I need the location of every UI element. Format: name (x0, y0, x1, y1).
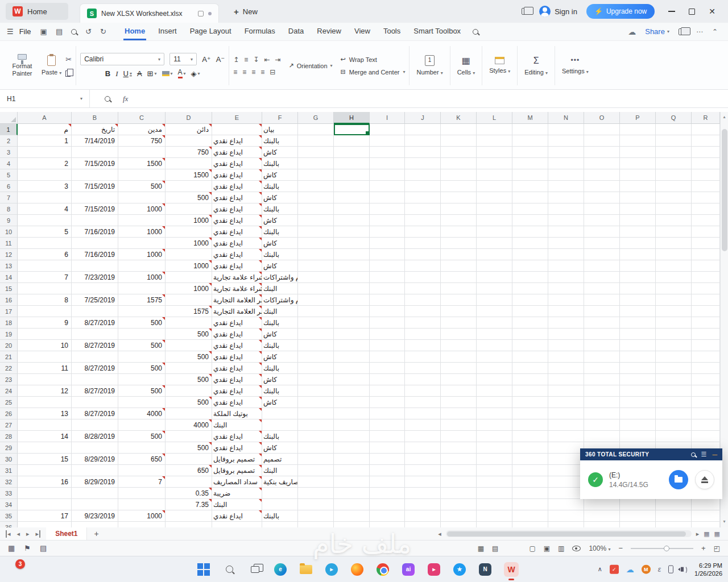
home-launcher-tab[interactable]: W Home (6, 3, 68, 20)
wps-office-button[interactable]: W (504, 562, 519, 577)
cell-N5[interactable] (548, 169, 584, 181)
cell-H5[interactable] (334, 169, 370, 181)
cell-O5[interactable] (584, 169, 620, 181)
row-header-34[interactable]: 34 (0, 499, 18, 510)
orientation-button[interactable]: ↗ Orientation▾ (288, 62, 332, 69)
cell-K29[interactable] (441, 442, 477, 454)
row-header-6[interactable]: 6 (0, 181, 18, 192)
cell-L15[interactable] (477, 283, 512, 294)
row-header-17[interactable]: 17 (0, 306, 18, 317)
cell-R22[interactable] (692, 363, 720, 374)
cell-A20[interactable]: 10 (18, 340, 72, 351)
cell-O6[interactable] (584, 181, 620, 192)
cell-L12[interactable] (477, 249, 512, 260)
cell-B3[interactable] (72, 147, 118, 158)
cell-P13[interactable] (620, 260, 656, 272)
maximize-button[interactable] (689, 9, 695, 15)
col-header-K[interactable]: K (441, 112, 477, 124)
cell-F33[interactable] (262, 488, 298, 499)
cell-H20[interactable] (334, 340, 370, 351)
align-middle-icon[interactable]: ≡ (244, 56, 248, 64)
cell-O19[interactable] (584, 329, 620, 340)
cell-C22[interactable]: 500 (118, 363, 166, 374)
cell-G6[interactable] (298, 181, 334, 192)
cell-O23[interactable] (584, 374, 620, 385)
row-header-14[interactable]: 14 (0, 272, 18, 283)
cell-C9[interactable] (118, 215, 166, 226)
cell-N26[interactable] (548, 408, 584, 419)
cell-A19[interactable] (18, 329, 72, 340)
cell-E10[interactable]: ايداع نقدي (212, 226, 262, 238)
cell-G26[interactable] (298, 408, 334, 419)
col-header-G[interactable]: G (298, 112, 334, 124)
tab-home[interactable]: Home (123, 23, 146, 40)
cell-F11[interactable]: كاش (262, 238, 298, 249)
cell-B19[interactable] (72, 329, 118, 340)
cell-G4[interactable] (298, 158, 334, 169)
cell-Q28[interactable] (656, 431, 692, 442)
cell-F4[interactable]: بالبنك (262, 158, 298, 169)
cell-L11[interactable] (477, 238, 512, 249)
row-header-36[interactable]: 36 (0, 522, 18, 527)
cell-P6[interactable] (620, 181, 656, 192)
col-header-D[interactable]: D (166, 112, 212, 124)
cell-L29[interactable] (477, 442, 512, 454)
cell-C18[interactable]: 500 (118, 317, 166, 329)
cell-B21[interactable] (72, 351, 118, 363)
cell-L30[interactable] (477, 454, 512, 465)
eye-protection-icon[interactable] (572, 546, 581, 551)
cell-J19[interactable] (405, 329, 441, 340)
messenger-button[interactable]: ★ (453, 563, 466, 576)
cell-M21[interactable] (512, 351, 548, 363)
cell-O20[interactable] (584, 340, 620, 351)
cell-J21[interactable] (405, 351, 441, 363)
ribbon-layout-icon[interactable] (679, 28, 687, 35)
cell-E18[interactable]: ايداع نقدي (212, 317, 262, 329)
cell-M15[interactable] (512, 283, 548, 294)
cell-J29[interactable] (405, 442, 441, 454)
cell-K31[interactable] (441, 465, 477, 476)
row-header-28[interactable]: 28 (0, 431, 18, 442)
cell-E34[interactable]: البنك (212, 499, 262, 510)
cell-Q5[interactable] (656, 169, 692, 181)
cell-D14[interactable] (166, 272, 212, 283)
cell-O26[interactable] (584, 408, 620, 419)
cell-L25[interactable] (477, 397, 512, 408)
prev-sheet-icon[interactable]: ◂ (17, 530, 20, 538)
cell-P2[interactable] (620, 135, 656, 147)
cell-I31[interactable] (370, 465, 405, 476)
col-header-N[interactable]: N (548, 112, 584, 124)
row-header-21[interactable]: 21 (0, 351, 18, 363)
cell-R6[interactable] (692, 181, 720, 192)
cell-G2[interactable] (298, 135, 334, 147)
cell-N10[interactable] (548, 226, 584, 238)
cell-E26[interactable]: بوتيك الملكة (212, 408, 262, 419)
cell-H34[interactable] (334, 499, 370, 510)
cell-R25[interactable] (692, 397, 720, 408)
cell-L20[interactable] (477, 340, 512, 351)
eject-drive-button[interactable] (695, 470, 714, 489)
cell-I20[interactable] (370, 340, 405, 351)
cell-J31[interactable] (405, 465, 441, 476)
cell-E9[interactable]: ايداع نقدي (212, 215, 262, 226)
cell-Q2[interactable] (656, 135, 692, 147)
row-header-29[interactable]: 29 (0, 442, 18, 454)
cell-C1[interactable]: مدين (118, 124, 166, 135)
cell-P21[interactable] (620, 351, 656, 363)
cell-E32[interactable]: سداد المصاريف (212, 476, 262, 488)
cell-F7[interactable]: كاش (262, 192, 298, 203)
cell-F34[interactable] (262, 499, 298, 510)
cell-D19[interactable]: 500 (166, 329, 212, 340)
cell-A29[interactable] (18, 442, 72, 454)
cell-O11[interactable] (584, 238, 620, 249)
cell-J6[interactable] (405, 181, 441, 192)
cell-L5[interactable] (477, 169, 512, 181)
cell-Q14[interactable] (656, 272, 692, 283)
cell-Q8[interactable] (656, 203, 692, 215)
cell-J9[interactable] (405, 215, 441, 226)
cell-A6[interactable]: 3 (18, 181, 72, 192)
cell-C30[interactable]: 650 (118, 454, 166, 465)
cell-G24[interactable] (298, 385, 334, 397)
cell-C11[interactable] (118, 238, 166, 249)
cell-A12[interactable]: 6 (18, 249, 72, 260)
